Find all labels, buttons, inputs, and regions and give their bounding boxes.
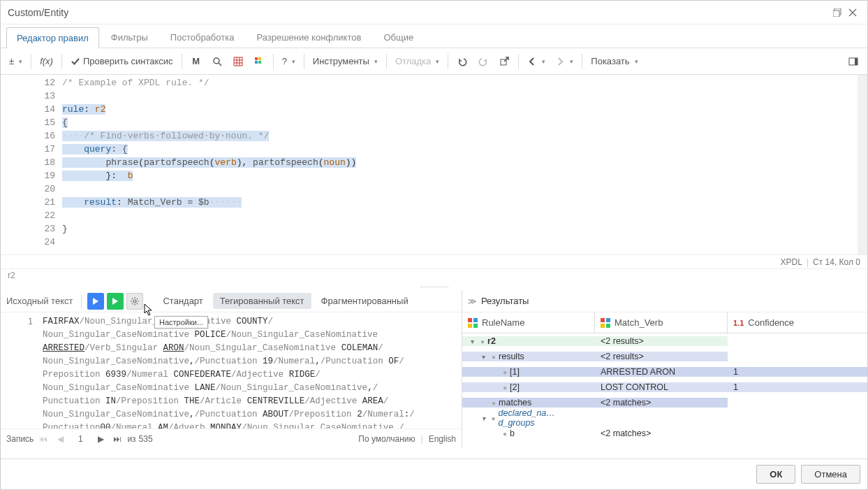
svg-rect-19 xyxy=(606,324,610,328)
check-syntax-label: Проверить синтаксис xyxy=(83,56,173,66)
editor-scrollbar[interactable] xyxy=(858,75,867,254)
check-syntax-button[interactable]: Проверить синтаксис xyxy=(66,52,177,71)
last-record-icon[interactable]: ⏭ xyxy=(110,434,124,444)
back-icon[interactable]: ▾ xyxy=(523,52,550,71)
plus-minus-button[interactable]: ±▾ xyxy=(5,52,27,71)
svg-point-2 xyxy=(214,58,219,64)
close-icon[interactable] xyxy=(845,5,860,20)
editor-lang: XPDL xyxy=(781,257,802,267)
tagged-text-area[interactable]: FAIRFAX/Noun_Singular_CaseNominative COU… xyxy=(43,312,462,428)
record-label: Запись xyxy=(6,434,34,444)
source-tab-1[interactable]: Тегированный текст xyxy=(213,293,311,309)
table-icon-2[interactable] xyxy=(249,52,269,71)
result-row[interactable]: ▾● declared_na…d_groups xyxy=(462,410,867,426)
current-rule-label: r2 xyxy=(1,269,867,283)
table-icon-1[interactable] xyxy=(228,52,248,71)
svg-rect-14 xyxy=(468,324,472,328)
redo-icon[interactable] xyxy=(473,52,493,71)
main-tab-0[interactable]: Редактор правил xyxy=(6,27,99,48)
panel-toggle-icon[interactable] xyxy=(844,52,863,71)
results-tree[interactable]: ▾● r2<2 results>▾● results<2 results>● [… xyxy=(462,333,867,441)
editor-status: XPDL | Ст 14, Кол 0 xyxy=(1,255,867,269)
col-match-verb[interactable]: Match_Verb xyxy=(595,312,728,333)
source-line-gutter: 1 xyxy=(1,312,43,428)
code-editor[interactable]: 12131415161718192021222324 /* Example of… xyxy=(1,75,867,255)
source-panel: Исходный текст СтандартТегированный текс… xyxy=(1,290,462,448)
titlebar: Custom/Entity xyxy=(1,1,867,24)
cursor-pointer-icon xyxy=(143,303,154,314)
fx-button[interactable]: f(x) xyxy=(36,52,57,71)
ok-button[interactable]: ОК xyxy=(756,465,795,484)
forward-icon[interactable]: ▾ xyxy=(551,52,578,71)
of-label: из xyxy=(127,434,135,444)
debug-button[interactable]: Отладка▾ xyxy=(391,52,443,71)
source-tab-2[interactable]: Фрагментированный xyxy=(314,293,415,309)
svg-rect-12 xyxy=(468,318,472,322)
col-confidence[interactable]: 1.1 Confidence xyxy=(728,312,867,333)
result-row[interactable]: ● [1]ARRESTED ARON1 xyxy=(462,364,867,380)
svg-rect-7 xyxy=(258,61,261,64)
prev-record-icon[interactable]: ◀ xyxy=(53,434,67,444)
run-all-button[interactable] xyxy=(107,293,124,310)
svg-rect-1 xyxy=(833,10,839,17)
default-label: По умолчанию xyxy=(358,434,415,444)
lang-label: English xyxy=(429,434,456,444)
svg-rect-6 xyxy=(255,61,258,64)
result-row[interactable]: ● [2]LOST CONTROL1 xyxy=(462,380,867,395)
main-tab-2[interactable]: Постобработка xyxy=(160,27,245,48)
svg-rect-16 xyxy=(601,318,605,322)
main-tab-1[interactable]: Фильтры xyxy=(101,27,159,48)
line-gutter: 12131415161718192021222324 xyxy=(1,75,62,254)
code-area[interactable]: /* Example of XPDL rule. */rule: r2{····… xyxy=(62,75,867,254)
open-external-icon[interactable] xyxy=(494,52,514,71)
source-text-label: Исходный текст xyxy=(6,296,73,306)
main-tab-3[interactable]: Разрешение конфликтов xyxy=(246,27,372,48)
svg-rect-10 xyxy=(855,58,858,65)
result-row[interactable]: ▾● r2<2 results> xyxy=(462,333,867,349)
editor-cursor-pos: Ст 14, Кол 0 xyxy=(813,257,860,267)
settings-button[interactable] xyxy=(126,293,143,310)
instruments-button[interactable]: Инструменты▾ xyxy=(309,52,382,71)
svg-rect-4 xyxy=(255,57,258,60)
result-row[interactable]: ▾● results<2 results> xyxy=(462,349,867,364)
cancel-button[interactable]: Отмена xyxy=(801,465,860,484)
run-button[interactable] xyxy=(87,293,104,310)
horizontal-splitter[interactable] xyxy=(1,283,867,290)
source-footer: Запись ⏮ ◀ 1 ▶ ⏭ из 535 По умолчанию | E… xyxy=(1,428,462,448)
undo-icon[interactable] xyxy=(453,52,472,71)
toolbar: ±▾ f(x) Проверить синтаксис M ?▾ Инструм… xyxy=(1,48,867,75)
results-title: Результаты xyxy=(481,296,529,306)
settings-tooltip: Настройки... xyxy=(154,316,208,329)
next-record-icon[interactable]: ▶ xyxy=(94,434,108,444)
show-button[interactable]: Показать▾ xyxy=(587,52,642,71)
svg-rect-17 xyxy=(606,318,610,322)
record-number[interactable]: 1 xyxy=(70,434,91,444)
svg-rect-18 xyxy=(601,324,605,328)
window-title: Custom/Entity xyxy=(8,7,68,18)
svg-rect-5 xyxy=(258,57,261,60)
col-rulename[interactable]: RuleName xyxy=(462,312,595,333)
source-tab-0[interactable]: Стандарт xyxy=(156,293,209,309)
svg-rect-13 xyxy=(473,318,478,322)
restore-icon[interactable] xyxy=(830,5,845,20)
svg-rect-15 xyxy=(473,324,478,328)
main-tabs: Редактор правилФильтрыПостобработкаРазре… xyxy=(1,24,867,48)
help-button[interactable]: ?▾ xyxy=(278,52,300,71)
first-record-icon[interactable]: ⏮ xyxy=(36,434,50,444)
svg-rect-3 xyxy=(234,57,242,66)
results-header-row: RuleName Match_Verb 1.1 Confidence xyxy=(462,312,867,333)
m-button[interactable]: M xyxy=(186,52,206,71)
zoom-icon[interactable] xyxy=(207,52,227,71)
svg-point-11 xyxy=(133,300,136,303)
collapse-results-icon[interactable]: ≫ xyxy=(468,296,477,306)
dialog-footer: ОК Отмена xyxy=(1,459,867,489)
result-row[interactable]: ● b<2 matches> xyxy=(462,426,867,441)
total-records: 535 xyxy=(139,434,153,444)
results-panel: ≫ Результаты RuleName Match_Verb 1.1 Con… xyxy=(462,290,867,448)
main-tab-4[interactable]: Общие xyxy=(373,27,424,48)
